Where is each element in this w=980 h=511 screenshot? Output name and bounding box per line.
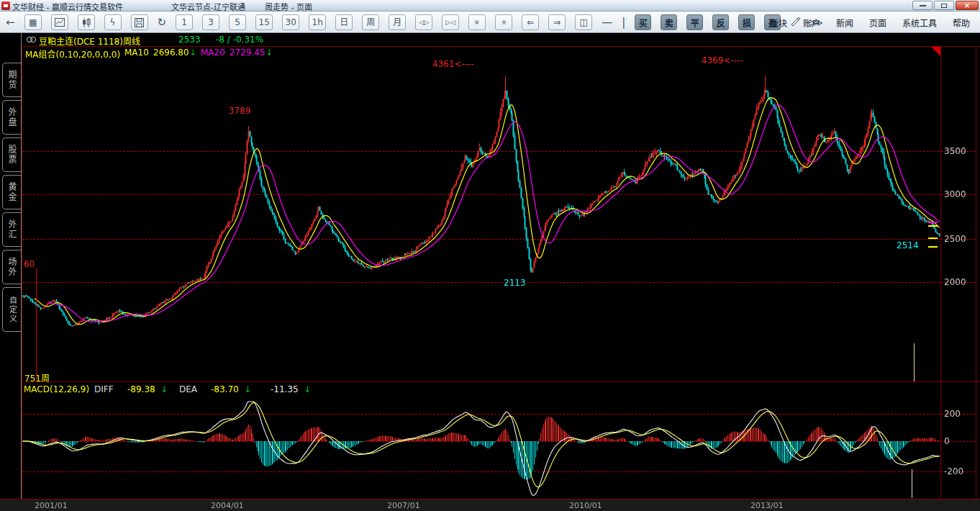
- diff-down-arrow-icon: ↓: [160, 384, 168, 394]
- menu-item-account[interactable]: 账户: [803, 17, 820, 29]
- price-label-3500: 3500: [944, 146, 966, 156]
- candlestick-button[interactable]: [78, 14, 95, 30]
- vertical-line-tool[interactable]: |: [622, 17, 625, 28]
- menu-item-news[interactable]: 新闻: [836, 17, 853, 29]
- macd-chart-canvas[interactable]: [22, 400, 940, 499]
- window-title: 文华财经 - 赢顺云行情交易软件: [12, 1, 123, 12]
- quote-list-button[interactable]: ▦: [24, 14, 42, 30]
- title-bar: 文华财经 - 赢顺云行情交易软件 文华云节点-辽宁联通 周走势 - 页面 ×: [0, 0, 980, 12]
- period-30min-button[interactable]: 30: [282, 14, 299, 30]
- close-button[interactable]: ×: [956, 1, 979, 10]
- bar-count-label: 751周: [24, 371, 50, 384]
- buy-button[interactable]: 买: [635, 14, 651, 30]
- zoom-out-button[interactable]: ◁▷: [415, 14, 432, 30]
- diff-value: -89.38: [127, 384, 155, 394]
- date-label-2001: 2001/01: [35, 501, 68, 510]
- menu-item-system-tools[interactable]: 系统工具: [902, 17, 937, 29]
- dea-value: -83.70: [211, 384, 239, 394]
- minimize-icon: [920, 5, 926, 6]
- scroll-up-button[interactable]: »: [495, 14, 512, 30]
- diff-label: DIFF: [94, 384, 114, 394]
- page-title: 周走势 - 页面: [265, 1, 312, 12]
- annotation-peak-4361: 4361<----: [432, 59, 474, 69]
- sidebar-tab-forex[interactable]: 外汇: [2, 212, 21, 247]
- line-chart-button[interactable]: [51, 14, 68, 30]
- scroll-down-button[interactable]: »: [468, 14, 486, 30]
- sell-button[interactable]: 卖: [661, 14, 677, 30]
- macd-hist-value: -11.35: [271, 384, 299, 394]
- close-position-button[interactable]: 平: [686, 14, 703, 30]
- menu-item-sectors[interactable]: 板块: [770, 17, 787, 29]
- period-month-button[interactable]: 月: [389, 14, 406, 30]
- split-panel-button[interactable]: ◫: [575, 14, 592, 30]
- ma-group-label[interactable]: MA组合(0,10,20,0,0,0): [25, 48, 120, 60]
- period-1h-button[interactable]: 1h: [309, 14, 326, 30]
- sidebar-tab-stocks[interactable]: 股票: [2, 137, 21, 172]
- minimize-button[interactable]: [912, 1, 933, 10]
- chevron-down-icon: »: [473, 19, 481, 24]
- period-day-button[interactable]: 日: [335, 14, 353, 30]
- server-node-label: 文华云节点-辽宁联通: [171, 1, 245, 12]
- period-3min-button[interactable]: 3: [202, 14, 219, 30]
- hist-down-arrow-icon: ↓: [304, 384, 311, 394]
- main-toolbar: ← ▦ ϟ ↻ 1 3 5 15 30 1h 日: [0, 12, 980, 33]
- candlestick-chart-canvas[interactable]: [22, 47, 940, 381]
- instrument-title[interactable]: 豆粕主连(DCE 1118)周线: [39, 35, 140, 47]
- stop-loss-button[interactable]: 损: [738, 14, 755, 30]
- price-change: -8 / -0.31%: [216, 35, 263, 45]
- top-menu: 板块 账户 新闻 页面 系统工具 帮助: [770, 14, 970, 31]
- annotation-peak-3789: 3789: [229, 106, 251, 116]
- date-label-2007: 2007/01: [387, 501, 420, 510]
- pan-left-button[interactable]: ⇐: [522, 14, 539, 30]
- zoom-in-button[interactable]: ▷◁: [442, 14, 459, 30]
- period-week-button[interactable]: 周: [362, 14, 379, 30]
- link-icon: [26, 36, 37, 43]
- chevron-up-icon: »: [499, 19, 508, 24]
- expand-icon: ◁▷: [419, 19, 429, 26]
- axis-tick-ma20: [928, 222, 938, 223]
- period-15min-button[interactable]: 15: [255, 14, 273, 30]
- restore-button[interactable]: [934, 1, 954, 10]
- shrink-icon: ▷◁: [445, 19, 455, 26]
- macd-label-200: 200: [944, 409, 961, 419]
- period-1min-button[interactable]: 1: [176, 14, 193, 30]
- date-axis-bar: 2001/01 2004/01 2007/01 2010/01 2013/01: [0, 499, 980, 511]
- menu-item-page[interactable]: 页面: [869, 17, 886, 29]
- sidebar-tab-otc[interactable]: 场外: [2, 250, 21, 284]
- price-label-2000: 2000: [944, 277, 966, 287]
- horizontal-line-tool[interactable]: —: [602, 17, 612, 28]
- table-icon: ▦: [29, 18, 37, 27]
- pan-right-button[interactable]: ⇒: [548, 14, 566, 30]
- dea-label: DEA: [179, 384, 197, 394]
- dea-down-arrow-icon: ↓: [244, 384, 251, 394]
- quote-header: 豆粕主连(DCE 1118)周线 2533 -8 / -0.31%: [22, 33, 980, 46]
- sidebar-tab-futures[interactable]: 期货: [2, 63, 21, 97]
- reverse-button[interactable]: 反: [712, 14, 729, 30]
- axis-tick-low: [928, 246, 938, 248]
- drawn-vertical-line[interactable]: [36, 268, 37, 379]
- axis-tick-ma10: [928, 225, 938, 227]
- ma20-label: MA20: [201, 48, 225, 58]
- axis-tick-last-price: [928, 238, 938, 239]
- sidebar-tab-foreign[interactable]: 外盘: [2, 100, 21, 135]
- cursor-line-main: [914, 343, 915, 381]
- annotation-peak-4369: 4369<----: [702, 55, 743, 65]
- macd-label-0: 0: [944, 436, 950, 446]
- back-arrow-button[interactable]: ←: [6, 17, 15, 28]
- sidebar-tab-custom[interactable]: 自定义: [2, 287, 21, 332]
- ma10-value: 2696.80: [153, 48, 189, 58]
- macd-label-minus200: -200: [944, 466, 963, 476]
- refresh-button[interactable]: ↻: [158, 17, 167, 28]
- ma10-down-arrow-icon: ↓: [189, 48, 196, 58]
- sidebar-tab-gold[interactable]: 黄金: [2, 175, 21, 209]
- macd-name[interactable]: MACD(12,26,9): [24, 384, 89, 394]
- price-label-2500: 2500: [944, 234, 966, 244]
- flash-quote-button[interactable]: ϟ: [104, 14, 122, 30]
- main-chart-panel: [22, 47, 976, 381]
- date-label-2013: 2013/01: [750, 501, 784, 510]
- macd-panel: [22, 400, 976, 499]
- arrow-left-icon: ⇐: [527, 18, 534, 27]
- save-button[interactable]: [131, 14, 148, 30]
- menu-item-help[interactable]: 帮助: [953, 17, 970, 29]
- period-5min-button[interactable]: 5: [229, 14, 246, 30]
